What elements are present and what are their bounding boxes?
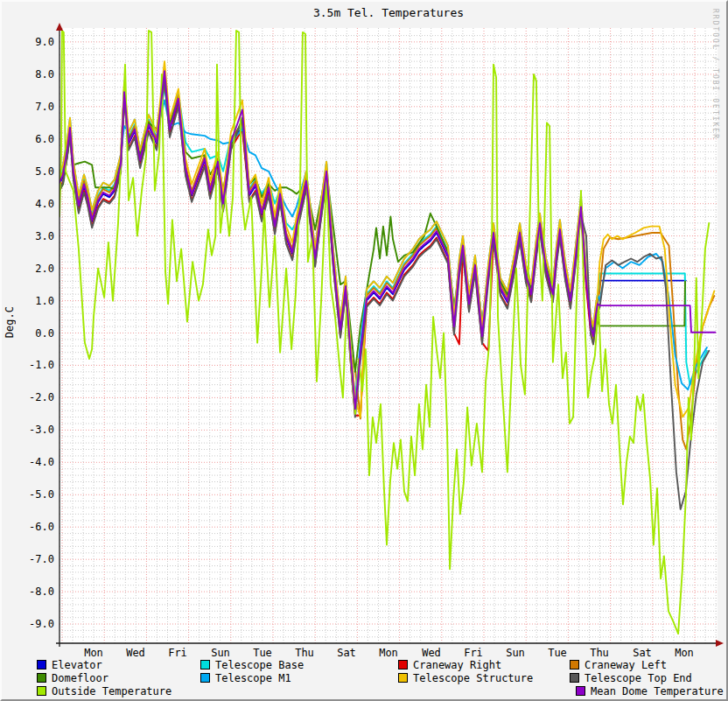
legend-label: Telescope Top End	[584, 672, 692, 684]
y-tick-6.0: 6.0	[14, 134, 54, 144]
legend-swatch-icon	[398, 673, 408, 683]
y-tick--4.0: -4.0	[14, 457, 54, 467]
x-tick-12-thu: Thu	[578, 648, 620, 658]
y-tick-7.0: 7.0	[14, 102, 54, 112]
legend-item-telescope-m1: Telescope M1	[200, 673, 291, 683]
legend-swatch-icon	[200, 673, 210, 683]
legend-swatch-icon	[570, 660, 579, 669]
y-tick--5.0: -5.0	[14, 489, 54, 500]
legend-item-mean-dome-temperature: Mean Dome Temperature	[576, 686, 724, 697]
y-tick-4.0: 4.0	[14, 199, 54, 209]
y-tick-9.0: 9.0	[14, 37, 54, 47]
legend-item-telescope-structure: Telescope Structure	[398, 673, 533, 683]
legend-label: Telescope M1	[215, 672, 291, 684]
legend-item-elevator: Elevator	[37, 660, 102, 670]
x-tick-13-sat: Sat	[621, 648, 663, 658]
legend-label: Telescope Base	[215, 659, 304, 671]
legend-swatch-icon	[570, 673, 579, 683]
y-tick--6.0: -6.0	[14, 522, 54, 532]
x-tick-5-thu: Thu	[284, 648, 326, 658]
plot-area	[2, 2, 728, 701]
x-tick-10-sun: Sun	[494, 648, 536, 658]
legend-swatch-icon	[576, 686, 585, 696]
x-tick-3-sun: Sun	[200, 648, 242, 658]
legend-label: Elevator	[52, 659, 102, 671]
y-tick--2.0: -2.0	[14, 392, 54, 403]
y-tick--9.0: -9.0	[14, 619, 54, 629]
y-tick-3.0: 3.0	[14, 231, 54, 242]
y-tick-2.0: 2.0	[14, 263, 54, 274]
legend-label: Craneway Right	[413, 659, 501, 671]
legend-swatch-icon	[200, 660, 210, 669]
y-tick--8.0: -8.0	[14, 586, 54, 597]
x-tick-9-fri: Fri	[452, 648, 494, 658]
x-tick-0-mon: Mon	[73, 648, 115, 658]
x-tick-8-wed: Wed	[410, 648, 452, 658]
legend-item-telescope-base: Telescope Base	[200, 660, 304, 670]
legend-item-domefloor: Domefloor	[37, 673, 108, 683]
legend-label: Outside Temperature	[52, 685, 172, 697]
legend-label: Craneway Left	[584, 659, 667, 671]
x-tick-6-sat: Sat	[326, 648, 368, 658]
legend-label: Domefloor	[52, 672, 108, 684]
legend-swatch-icon	[37, 660, 46, 669]
x-tick-7-mon: Mon	[368, 648, 410, 658]
legend-swatch-icon	[398, 660, 408, 669]
legend-swatch-icon	[37, 673, 46, 683]
x-tick-14-mon: Mon	[663, 648, 705, 658]
y-tick-8.0: 8.0	[14, 69, 54, 80]
rrdtool-graph-window: 3.5m Tel. Temperatures Deg.C RRDTOOL / T…	[0, 0, 728, 701]
legend-item-craneway-right: Craneway Right	[398, 660, 501, 670]
y-tick--1.0: -1.0	[14, 360, 54, 370]
legend-label: Telescope Structure	[413, 672, 533, 684]
y-tick--3.0: -3.0	[14, 424, 54, 435]
legend-item-craneway-left: Craneway Left	[570, 660, 667, 670]
x-tick-1-wed: Wed	[115, 648, 157, 658]
legend-item-telescope-top-end: Telescope Top End	[570, 673, 692, 683]
chart-title: 3.5m Tel. Temperatures	[60, 6, 718, 19]
legend-item-outside-temperature: Outside Temperature	[37, 686, 172, 697]
legend-label: Mean Dome Temperature	[591, 685, 724, 697]
legend-swatch-icon	[37, 686, 46, 696]
y-tick--7.0: -7.0	[14, 554, 54, 564]
x-tick-2-fri: Fri	[157, 648, 199, 658]
x-tick-4-tue: Tue	[242, 648, 284, 658]
y-tick-0.0: 0.0	[14, 328, 54, 339]
watermark: RRDTOOL / TOBI OETIKER	[711, 9, 719, 140]
y-tick-1.0: 1.0	[14, 296, 54, 306]
x-tick-11-tue: Tue	[536, 648, 578, 658]
y-tick-5.0: 5.0	[14, 166, 54, 177]
